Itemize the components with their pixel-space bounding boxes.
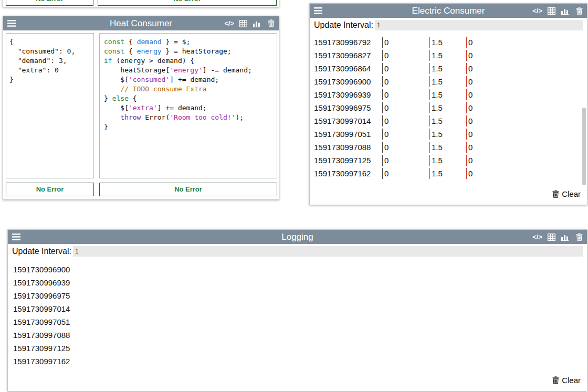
cell-value: 1.5 — [429, 89, 466, 100]
table-icon[interactable] — [239, 20, 247, 27]
cell-value: 0 — [382, 168, 429, 179]
cell-value: 0 — [382, 142, 429, 153]
cell-value: 0 — [382, 102, 429, 113]
table-icon[interactable] — [548, 7, 555, 15]
clear-label: Clear — [562, 189, 581, 198]
menu-icon[interactable] — [314, 7, 322, 14]
code-icon[interactable]: </> — [532, 233, 542, 241]
update-interval-input[interactable]: 1 — [375, 20, 583, 30]
code-line: } — [104, 122, 272, 132]
code-line: heatStorage['energy'] -= demand; — [104, 66, 272, 75]
panel-header: Heat Consumer </> — [3, 16, 279, 30]
cell-value: 0 — [466, 155, 587, 166]
update-interval-input[interactable]: 1 — [73, 246, 583, 257]
table-row: 159173099712501.50 — [314, 154, 587, 167]
cell-timestamp: 1591730997162 — [314, 168, 382, 179]
cell-value: 0 — [466, 63, 587, 74]
cell-value: 0 — [466, 50, 587, 61]
trash-icon[interactable] — [576, 233, 583, 241]
table-row: 159173099686401.50 — [314, 62, 587, 75]
cell-timestamp: 1591730996792 — [314, 37, 382, 48]
cell-value: 0 — [382, 37, 429, 48]
cell-timestamp: 1591730997051 — [314, 129, 382, 140]
table-row: 159173099697501.50 — [314, 101, 587, 114]
update-interval-row: Update Interval: 1 — [310, 18, 587, 31]
no-error-button[interactable]: No Error — [99, 183, 277, 196]
code-icon[interactable]: </> — [532, 7, 542, 15]
cell-value: 0 — [382, 155, 429, 166]
cell-value: 1.5 — [429, 50, 466, 61]
state-json-view[interactable]: { "consumed": 0, "demand": 3, "extra": 0… — [6, 33, 94, 178]
log-row: 1591730996939 — [13, 276, 587, 289]
trash-icon[interactable] — [268, 19, 275, 27]
trash-icon[interactable] — [576, 7, 583, 15]
logging-rows: 1591730996900159173099693915917309969751… — [8, 258, 587, 368]
code-line: const { energy } = heatStorage; — [104, 47, 272, 56]
no-error-button[interactable]: No Error — [6, 0, 93, 6]
cell-value: 1.5 — [429, 142, 466, 153]
cell-value: 1.5 — [429, 63, 466, 74]
cell-value: 0 — [466, 102, 587, 113]
code-line: $['consumed'] += demand; — [104, 75, 272, 84]
header-icons: </> — [224, 16, 275, 30]
log-row: 1591730997088 — [13, 329, 587, 342]
log-row: 1591730997125 — [13, 342, 587, 355]
header-icons: </> — [532, 4, 583, 18]
page: No Error No Error Heat Consumer </> — [0, 0, 588, 392]
chart-icon[interactable] — [561, 7, 569, 15]
log-row: 1591730997162 — [13, 355, 587, 368]
header-icons: </> — [532, 230, 583, 244]
clear-button[interactable]: Clear — [552, 189, 581, 198]
update-interval-label: Update Interval: — [314, 20, 373, 30]
scrollbar-thumb[interactable] — [582, 108, 586, 185]
cell-timestamp: 1591730996975 — [314, 102, 382, 113]
table-row: 159173099693901.50 — [314, 88, 587, 101]
menu-icon[interactable] — [7, 20, 16, 27]
clear-label: Clear — [562, 376, 581, 385]
cell-timestamp: 1591730996864 — [314, 63, 382, 74]
table-row: 159173099716201.50 — [314, 167, 587, 180]
logging-panel: Logging </> Update Interval: 1 159173099… — [7, 229, 587, 391]
no-error-button[interactable]: No Error — [98, 0, 277, 6]
cell-timestamp: 1591730996827 — [314, 50, 382, 61]
code-line: const { demand } = $; — [104, 37, 272, 47]
cell-value: 0 — [466, 115, 587, 126]
cell-value: 0 — [466, 129, 587, 140]
cell-value: 0 — [466, 142, 587, 153]
cell-timestamp: 1591730996939 — [314, 89, 382, 100]
chart-icon[interactable] — [253, 20, 260, 27]
menu-icon[interactable] — [12, 234, 20, 240]
code-line: } else { — [104, 94, 272, 103]
log-row: 1591730997051 — [13, 315, 587, 329]
clear-button[interactable]: Clear — [552, 376, 581, 385]
cell-value: 0 — [466, 168, 587, 179]
table-row: 159173099679201.50 — [314, 36, 587, 49]
update-interval-label: Update Interval: — [12, 247, 71, 256]
heat-consumer-panel: Heat Consumer </> { "consumed": 0, "dema… — [3, 16, 279, 200]
cell-value: 0 — [382, 50, 429, 61]
code-line: if (energy > demand) { — [104, 56, 272, 66]
cell-timestamp: 1591730996900 — [314, 76, 382, 87]
no-error-button[interactable]: No Error — [6, 183, 94, 196]
table-icon[interactable] — [548, 234, 555, 241]
code-line: $['extra'] += demand; — [104, 103, 272, 113]
code-line: // TODO consume Extra — [104, 84, 272, 94]
table-row: 159173099705101.50 — [314, 128, 587, 141]
update-interval-row: Update Interval: 1 — [8, 244, 587, 258]
code-editor[interactable]: const { demand } = $;const { energy } = … — [99, 33, 277, 178]
cell-value: 1.5 — [429, 37, 466, 48]
electric-rows: 159173099679201.50159173099682701.501591… — [310, 31, 587, 180]
cell-value: 1.5 — [429, 76, 466, 87]
table-row: 159173099690001.50 — [314, 75, 587, 88]
code-icon[interactable]: </> — [224, 19, 234, 27]
code-editor-content: const { demand } = $;const { energy } = … — [104, 37, 272, 132]
chart-icon[interactable] — [561, 234, 569, 241]
cell-value: 0 — [382, 129, 429, 140]
cell-value: 0 — [466, 37, 587, 48]
cell-timestamp: 1591730997014 — [314, 115, 382, 126]
cell-value: 0 — [382, 115, 429, 126]
partial-panel: No Error No Error — [3, 0, 279, 7]
cell-value: 0 — [466, 76, 587, 87]
cell-value: 1.5 — [429, 115, 466, 126]
code-line: throw Error('Room too cold!'); — [104, 113, 272, 122]
